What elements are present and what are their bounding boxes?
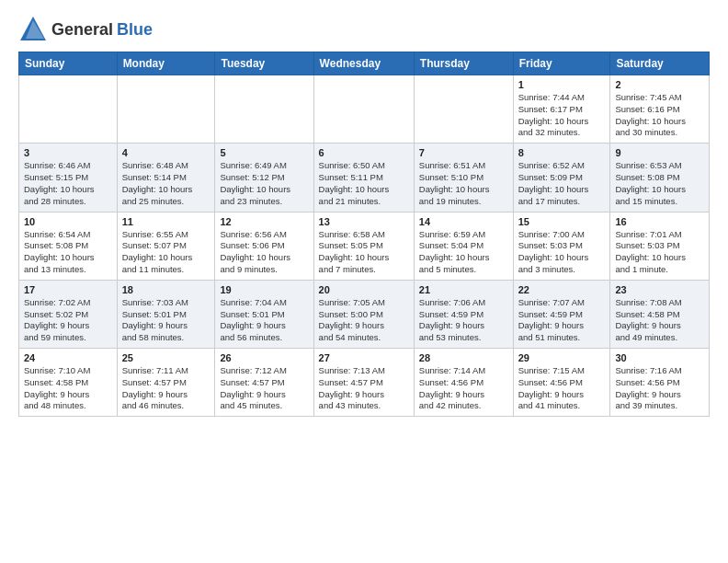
day-cell: 24Sunrise: 7:10 AMSunset: 4:58 PMDayligh… — [19, 349, 118, 417]
day-cell: 30Sunrise: 7:16 AMSunset: 4:56 PMDayligh… — [610, 349, 710, 417]
weekday-header-wednesday: Wednesday — [313, 52, 414, 75]
day-number: 18 — [122, 284, 210, 295]
day-info: Sunrise: 7:00 AMSunset: 5:03 PMDaylight:… — [518, 229, 606, 276]
day-info: Sunrise: 6:51 AMSunset: 5:10 PMDaylight:… — [419, 160, 508, 207]
day-cell: 21Sunrise: 7:06 AMSunset: 4:59 PMDayligh… — [414, 280, 513, 348]
day-number: 1 — [518, 79, 606, 90]
weekday-header-tuesday: Tuesday — [215, 52, 313, 75]
day-number: 8 — [518, 147, 606, 158]
day-number: 6 — [319, 147, 409, 158]
day-info: Sunrise: 7:06 AMSunset: 4:59 PMDaylight:… — [419, 297, 508, 344]
day-cell: 2Sunrise: 7:45 AMSunset: 6:16 PMDaylight… — [610, 75, 710, 144]
day-info: Sunrise: 7:14 AMSunset: 4:56 PMDaylight:… — [419, 365, 508, 412]
day-cell: 6Sunrise: 6:50 AMSunset: 5:11 PMDaylight… — [313, 144, 414, 212]
day-cell: 18Sunrise: 7:03 AMSunset: 5:01 PMDayligh… — [117, 280, 215, 348]
day-number: 23 — [615, 284, 704, 295]
weekday-header-sunday: Sunday — [19, 52, 118, 75]
week-row-1: 1Sunrise: 7:44 AMSunset: 6:17 PMDaylight… — [19, 75, 710, 144]
logo-general: General — [51, 20, 113, 40]
day-cell — [19, 75, 118, 144]
day-cell: 22Sunrise: 7:07 AMSunset: 4:59 PMDayligh… — [513, 280, 610, 348]
day-info: Sunrise: 7:16 AMSunset: 4:56 PMDaylight:… — [615, 365, 704, 412]
week-row-4: 17Sunrise: 7:02 AMSunset: 5:02 PMDayligh… — [19, 280, 710, 348]
day-number: 24 — [24, 352, 112, 363]
day-cell: 5Sunrise: 6:49 AMSunset: 5:12 PMDaylight… — [215, 144, 313, 212]
week-row-2: 3Sunrise: 6:46 AMSunset: 5:15 PMDaylight… — [19, 144, 710, 212]
day-number: 2 — [615, 79, 704, 90]
day-cell: 16Sunrise: 7:01 AMSunset: 5:03 PMDayligh… — [610, 212, 710, 280]
day-cell: 25Sunrise: 7:11 AMSunset: 4:57 PMDayligh… — [117, 349, 215, 417]
day-cell: 1Sunrise: 7:44 AMSunset: 6:17 PMDaylight… — [513, 75, 610, 144]
day-cell — [414, 75, 513, 144]
day-number: 5 — [220, 147, 308, 158]
day-cell: 3Sunrise: 6:46 AMSunset: 5:15 PMDaylight… — [19, 144, 118, 212]
day-info: Sunrise: 6:56 AMSunset: 5:06 PMDaylight:… — [220, 229, 308, 276]
day-cell — [215, 75, 313, 144]
day-cell: 23Sunrise: 7:08 AMSunset: 4:58 PMDayligh… — [610, 280, 710, 348]
day-info: Sunrise: 7:15 AMSunset: 4:56 PMDaylight:… — [518, 365, 606, 412]
weekday-header-friday: Friday — [513, 52, 610, 75]
logo-area: General Blue — [18, 15, 153, 44]
weekday-header-saturday: Saturday — [610, 52, 710, 75]
day-number: 28 — [419, 352, 508, 363]
day-cell: 27Sunrise: 7:13 AMSunset: 4:57 PMDayligh… — [313, 349, 414, 417]
day-info: Sunrise: 7:45 AMSunset: 6:16 PMDaylight:… — [615, 92, 704, 139]
day-number: 13 — [319, 216, 409, 227]
day-cell: 8Sunrise: 6:52 AMSunset: 5:09 PMDaylight… — [513, 144, 610, 212]
day-info: Sunrise: 7:07 AMSunset: 4:59 PMDaylight:… — [518, 297, 606, 344]
day-number: 16 — [615, 216, 704, 227]
day-info: Sunrise: 7:10 AMSunset: 4:58 PMDaylight:… — [24, 365, 112, 412]
day-info: Sunrise: 7:12 AMSunset: 4:57 PMDaylight:… — [220, 365, 308, 412]
day-cell: 28Sunrise: 7:14 AMSunset: 4:56 PMDayligh… — [414, 349, 513, 417]
day-info: Sunrise: 7:01 AMSunset: 5:03 PMDaylight:… — [615, 229, 704, 276]
day-info: Sunrise: 7:11 AMSunset: 4:57 PMDaylight:… — [122, 365, 210, 412]
page: General Blue SundayMondayTuesdayWednesda… — [0, 0, 728, 431]
day-info: Sunrise: 7:03 AMSunset: 5:01 PMDaylight:… — [122, 297, 210, 344]
day-info: Sunrise: 6:48 AMSunset: 5:14 PMDaylight:… — [122, 160, 210, 207]
day-info: Sunrise: 7:05 AMSunset: 5:00 PMDaylight:… — [319, 297, 409, 344]
day-info: Sunrise: 7:44 AMSunset: 6:17 PMDaylight:… — [518, 92, 606, 139]
weekday-header-thursday: Thursday — [414, 52, 513, 75]
day-number: 12 — [220, 216, 308, 227]
day-info: Sunrise: 7:04 AMSunset: 5:01 PMDaylight:… — [220, 297, 308, 344]
day-number: 15 — [518, 216, 606, 227]
weekday-header-row: SundayMondayTuesdayWednesdayThursdayFrid… — [19, 52, 710, 75]
day-cell: 4Sunrise: 6:48 AMSunset: 5:14 PMDaylight… — [117, 144, 215, 212]
week-row-5: 24Sunrise: 7:10 AMSunset: 4:58 PMDayligh… — [19, 349, 710, 417]
day-info: Sunrise: 6:52 AMSunset: 5:09 PMDaylight:… — [518, 160, 606, 207]
day-number: 20 — [319, 284, 409, 295]
day-info: Sunrise: 6:55 AMSunset: 5:07 PMDaylight:… — [122, 229, 210, 276]
day-number: 4 — [122, 147, 210, 158]
day-info: Sunrise: 6:58 AMSunset: 5:05 PMDaylight:… — [319, 229, 409, 276]
day-cell: 14Sunrise: 6:59 AMSunset: 5:04 PMDayligh… — [414, 212, 513, 280]
day-info: Sunrise: 7:02 AMSunset: 5:02 PMDaylight:… — [24, 297, 112, 344]
day-cell: 7Sunrise: 6:51 AMSunset: 5:10 PMDaylight… — [414, 144, 513, 212]
day-cell: 17Sunrise: 7:02 AMSunset: 5:02 PMDayligh… — [19, 280, 118, 348]
day-info: Sunrise: 7:13 AMSunset: 4:57 PMDaylight:… — [319, 365, 409, 412]
logo-wrapper: General Blue — [18, 15, 153, 44]
day-number: 30 — [615, 352, 704, 363]
logo-blue: Blue — [117, 20, 153, 40]
day-cell: 12Sunrise: 6:56 AMSunset: 5:06 PMDayligh… — [215, 212, 313, 280]
day-cell: 9Sunrise: 6:53 AMSunset: 5:08 PMDaylight… — [610, 144, 710, 212]
day-info: Sunrise: 6:54 AMSunset: 5:08 PMDaylight:… — [24, 229, 112, 276]
day-number: 26 — [220, 352, 308, 363]
day-number: 11 — [122, 216, 210, 227]
day-cell: 11Sunrise: 6:55 AMSunset: 5:07 PMDayligh… — [117, 212, 215, 280]
day-number: 22 — [518, 284, 606, 295]
day-number: 25 — [122, 352, 210, 363]
week-row-3: 10Sunrise: 6:54 AMSunset: 5:08 PMDayligh… — [19, 212, 710, 280]
day-number: 29 — [518, 352, 606, 363]
day-number: 27 — [319, 352, 409, 363]
day-number: 7 — [419, 147, 508, 158]
day-number: 21 — [419, 284, 508, 295]
day-cell: 10Sunrise: 6:54 AMSunset: 5:08 PMDayligh… — [19, 212, 118, 280]
day-info: Sunrise: 6:46 AMSunset: 5:15 PMDaylight:… — [24, 160, 112, 207]
day-number: 14 — [419, 216, 508, 227]
day-cell: 13Sunrise: 6:58 AMSunset: 5:05 PMDayligh… — [313, 212, 414, 280]
day-number: 17 — [24, 284, 112, 295]
day-cell: 15Sunrise: 7:00 AMSunset: 5:03 PMDayligh… — [513, 212, 610, 280]
day-number: 10 — [24, 216, 112, 227]
day-number: 9 — [615, 147, 704, 158]
day-info: Sunrise: 7:08 AMSunset: 4:58 PMDaylight:… — [615, 297, 704, 344]
